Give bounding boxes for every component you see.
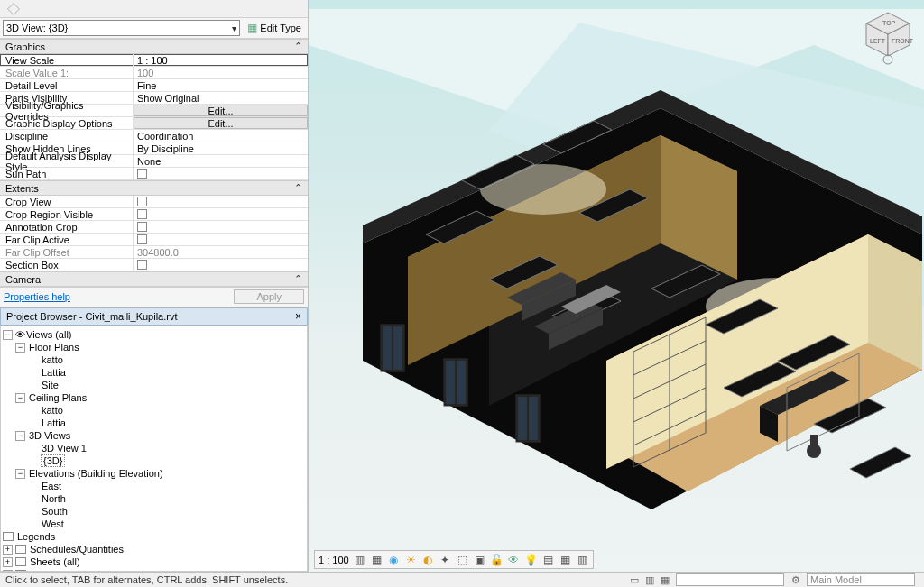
svg-rect-40 bbox=[810, 435, 818, 447]
svg-rect-45 bbox=[446, 361, 455, 404]
view-selector-value: 3D View: {3D} bbox=[6, 23, 68, 33]
tree-node[interactable]: Lattia bbox=[1, 417, 307, 429]
prop-scale-value[interactable]: Scale Value 1: 100 bbox=[0, 67, 308, 79]
visual-style-icon[interactable]: ◉ bbox=[387, 553, 401, 566]
tree-node-sheets[interactable]: +Sheets (all) bbox=[1, 555, 307, 568]
cube-icon bbox=[7, 3, 20, 15]
workset-selector[interactable] bbox=[676, 573, 784, 586]
properties-help-link[interactable]: Properties help bbox=[4, 291, 70, 302]
chevron-down-icon: ▾ bbox=[232, 23, 236, 33]
detail-level-icon[interactable]: ▦ bbox=[370, 553, 383, 566]
tree-node[interactable]: South bbox=[1, 505, 307, 518]
prop-analysis-style[interactable]: Default Analysis Display Style None bbox=[0, 155, 308, 168]
design-options-icon[interactable]: ⚙ bbox=[789, 573, 802, 587]
3d-viewport[interactable]: TOP LEFT FRONT 1 : 100 ▥ ▦ ◉ ☀ ◐ ✦ ⬚ ▣ 🔓… bbox=[309, 0, 924, 572]
tree-node-3d-views[interactable]: −3D Views bbox=[1, 429, 307, 442]
svg-rect-42 bbox=[383, 326, 392, 370]
worksharing-display-icon[interactable]: ▤ bbox=[541, 553, 555, 566]
temp-hide-icon[interactable]: 👁 bbox=[507, 553, 521, 566]
status-hint: Click to select, TAB for alternates, CTR… bbox=[5, 574, 288, 585]
prop-discipline[interactable]: Discipline Coordination bbox=[0, 130, 308, 142]
checkbox[interactable] bbox=[137, 222, 147, 232]
svg-rect-48 bbox=[518, 397, 527, 440]
view-cube[interactable]: TOP LEFT FRONT bbox=[859, 7, 917, 65]
svg-marker-23 bbox=[850, 447, 911, 478]
section-graphics[interactable]: Graphics ⌃ bbox=[0, 39, 308, 54]
properties-footer: Properties help Apply bbox=[0, 287, 308, 306]
reveal-constraints-icon[interactable]: ▥ bbox=[576, 553, 589, 566]
collapse-icon: ⌃ bbox=[294, 41, 302, 52]
prop-crop-region[interactable]: Crop Region Visible bbox=[0, 208, 308, 221]
reveal-hidden-icon[interactable]: 💡 bbox=[524, 553, 538, 566]
project-browser-tree[interactable]: −👁Views (all) −Floor Plans katto Lattia … bbox=[0, 326, 308, 572]
close-icon[interactable]: × bbox=[295, 310, 301, 323]
project-browser-title: Project Browser - Civit_malli_Kupila.rvt bbox=[6, 311, 178, 322]
unlock-3d-icon[interactable]: 🔓 bbox=[490, 553, 504, 566]
tree-node[interactable]: West bbox=[1, 518, 307, 530]
checkbox[interactable] bbox=[137, 209, 147, 219]
crop-view-icon[interactable]: ⬚ bbox=[456, 553, 469, 566]
apply-button[interactable]: Apply bbox=[234, 289, 304, 304]
view-selector-row: 3D View: {3D} ▾ ▦ Edit Type bbox=[0, 18, 308, 39]
tree-node-views[interactable]: −👁Views (all) bbox=[1, 328, 307, 341]
checkbox[interactable] bbox=[137, 234, 147, 244]
tree-node[interactable]: 3D View 1 bbox=[1, 442, 307, 454]
show-crop-icon[interactable]: ▣ bbox=[473, 553, 486, 566]
select-underlay-icon[interactable]: ▥ bbox=[642, 573, 656, 587]
tree-node[interactable]: Site bbox=[1, 379, 307, 391]
svg-rect-43 bbox=[393, 326, 402, 370]
tree-node[interactable]: katto bbox=[1, 404, 307, 417]
tree-node-ceiling-plans[interactable]: −Ceiling Plans bbox=[1, 391, 307, 404]
tree-node[interactable]: katto bbox=[1, 353, 307, 366]
view-type-selector[interactable]: 3D View: {3D} ▾ bbox=[3, 20, 240, 36]
collapse-icon: ⌃ bbox=[294, 273, 302, 285]
properties-grid: Graphics ⌃ View Scale 1 : 100 Scale Valu… bbox=[0, 39, 308, 306]
status-bar: Click to select, TAB for alternates, CTR… bbox=[0, 572, 924, 587]
tree-node-schedules[interactable]: +Schedules/Quantities bbox=[1, 543, 307, 555]
prop-view-scale[interactable]: View Scale 1 : 100 bbox=[0, 54, 308, 67]
edit-type-label: Edit Type bbox=[260, 23, 301, 33]
svg-text:TOP: TOP bbox=[882, 20, 896, 26]
prop-detail-level[interactable]: Detail Level Fine bbox=[0, 79, 308, 92]
prop-section-box[interactable]: Section Box bbox=[0, 259, 308, 271]
tree-node-current-3d[interactable]: {3D} bbox=[1, 454, 307, 467]
svg-text:LEFT: LEFT bbox=[870, 38, 886, 44]
checkbox[interactable] bbox=[137, 260, 147, 270]
tree-node[interactable]: North bbox=[1, 492, 307, 505]
svg-rect-46 bbox=[457, 361, 466, 404]
select-links-icon[interactable]: ▭ bbox=[627, 573, 641, 587]
view-control-bar: 1 : 100 ▥ ▦ ◉ ☀ ◐ ✦ ⬚ ▣ 🔓 👁 💡 ▤ ▦ ▥ bbox=[314, 550, 594, 569]
scene-render bbox=[309, 0, 924, 572]
properties-and-browser-pane: 3D View: {3D} ▾ ▦ Edit Type Graphics ⌃ V… bbox=[0, 0, 309, 572]
prop-far-clip-active[interactable]: Far Clip Active bbox=[0, 234, 308, 246]
editable-only-icon[interactable]: ▦ bbox=[658, 573, 671, 587]
prop-graphic-display[interactable]: Graphic Display Options Edit... bbox=[0, 117, 308, 130]
collapse-icon: ⌃ bbox=[294, 182, 302, 194]
tree-node-elevations[interactable]: −Elevations (Building Elevation) bbox=[1, 467, 307, 480]
design-options-selector[interactable]: Main Model bbox=[807, 573, 915, 586]
tree-node[interactable]: East bbox=[1, 480, 307, 492]
svg-rect-49 bbox=[529, 397, 538, 440]
tree-node-legends[interactable]: Legends bbox=[1, 530, 307, 543]
analytical-model-icon[interactable]: ▦ bbox=[559, 553, 572, 566]
section-extents[interactable]: Extents ⌃ bbox=[0, 180, 308, 196]
prop-sun-path[interactable]: Sun Path bbox=[0, 168, 308, 180]
rendering-dialog-icon[interactable]: ✦ bbox=[439, 553, 452, 566]
project-browser-header[interactable]: Project Browser - Civit_malli_Kupila.rvt… bbox=[0, 307, 308, 326]
svg-text:FRONT: FRONT bbox=[892, 38, 914, 44]
checkbox[interactable] bbox=[137, 169, 147, 179]
edit-type-icon: ▦ bbox=[247, 22, 257, 34]
prop-crop-view[interactable]: Crop View bbox=[0, 196, 308, 208]
scale-list-icon[interactable]: ▥ bbox=[353, 553, 366, 566]
checkbox[interactable] bbox=[137, 197, 147, 206]
prop-vg-overrides[interactable]: Visibility/Graphics Overrides Edit... bbox=[0, 105, 308, 117]
tree-node[interactable]: Lattia bbox=[1, 366, 307, 379]
prop-far-clip-offset[interactable]: Far Clip Offset 304800.0 bbox=[0, 246, 308, 259]
section-camera[interactable]: Camera ⌃ bbox=[0, 271, 308, 287]
prop-annotation-crop[interactable]: Annotation Crop bbox=[0, 221, 308, 234]
shadows-icon[interactable]: ◐ bbox=[421, 553, 435, 566]
sun-path-icon[interactable]: ☀ bbox=[404, 553, 418, 566]
view-scale-display[interactable]: 1 : 100 bbox=[319, 555, 349, 565]
tree-node-floor-plans[interactable]: −Floor Plans bbox=[1, 341, 307, 353]
edit-type-button[interactable]: ▦ Edit Type bbox=[244, 21, 305, 35]
